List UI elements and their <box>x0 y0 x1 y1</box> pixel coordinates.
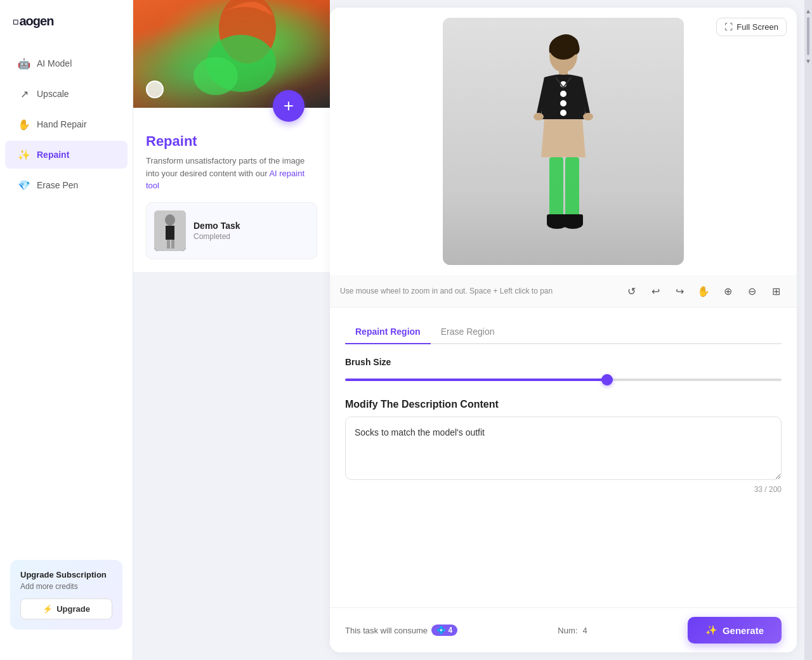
reset-icon: ↺ <box>627 285 636 297</box>
controls-panel: Repaint Region Erase Region Brush Size M… <box>330 307 797 607</box>
description-section: Modify The Description Content 33 / 200 <box>345 399 782 494</box>
upgrade-btn-icon: ⚡ <box>43 604 53 614</box>
brush-size-section: Brush Size <box>345 357 782 386</box>
right-panel: ⛶ Full Screen <box>330 8 797 652</box>
sidebar-item-ai-model[interactable]: 🤖 AI Model <box>5 49 128 77</box>
tab-repaint-region[interactable]: Repaint Region <box>345 320 431 344</box>
sidebar: ◻aogen 🤖 AI Model ↗ Upscale ✋ Hand Repai… <box>0 0 133 660</box>
logo: ◻aogen <box>0 0 133 48</box>
upscale-icon: ↗ <box>18 87 30 100</box>
scroll-strip: ▲ ▼ <box>804 0 812 660</box>
num-label: Num: <box>558 626 577 635</box>
repaint-section-title: Repaint <box>146 133 317 150</box>
tab-erase-region[interactable]: Erase Region <box>431 320 505 344</box>
brush-size-slider-container <box>345 373 782 386</box>
svg-point-6 <box>165 214 175 226</box>
upgrade-button[interactable]: ⚡ Upgrade <box>20 599 112 619</box>
scroll-up-arrow[interactable]: ▲ <box>802 5 812 17</box>
undo-button[interactable]: ↩ <box>645 280 666 302</box>
sidebar-item-upscale-label: Upscale <box>37 89 69 99</box>
undo-icon: ↩ <box>652 285 660 297</box>
svg-rect-8 <box>167 240 170 249</box>
brush-size-thumb[interactable] <box>601 374 613 385</box>
model-image-svg <box>443 18 684 265</box>
svg-point-17 <box>560 100 566 107</box>
demo-thumb-image <box>154 210 186 251</box>
logo-text: aogen <box>20 14 54 28</box>
credits-label: This task will consume <box>345 626 428 635</box>
reset-tool-button[interactable]: ↺ <box>620 280 642 302</box>
scroll-down-arrow[interactable]: ▼ <box>802 55 812 67</box>
scroll-handle[interactable] <box>807 17 809 55</box>
credits-badge: 💠 4 <box>431 624 457 636</box>
generate-label: Generate <box>723 625 764 636</box>
canvas-toolbar: Use mouse wheel to zoom in and out. Spac… <box>330 275 797 307</box>
model-image-container[interactable] <box>443 18 684 265</box>
svg-point-20 <box>583 113 593 120</box>
demo-task-card[interactable]: Demo Task Completed <box>146 202 317 259</box>
region-tab-group: Repaint Region Erase Region <box>345 320 782 344</box>
full-screen-button[interactable]: ⛶ Full Screen <box>716 18 787 36</box>
generate-icon: ✨ <box>705 624 717 636</box>
char-count: 33 / 200 <box>345 485 782 494</box>
zoom-in-button[interactable]: ⊕ <box>717 280 738 302</box>
sidebar-item-repaint[interactable]: ✨ Repaint <box>5 141 128 169</box>
svg-rect-9 <box>171 240 174 249</box>
credits-icon: 💠 <box>436 626 446 635</box>
zoom-in-icon: ⊕ <box>724 285 732 297</box>
repaint-info: Repaint Transform unsatisfactory parts o… <box>133 108 330 272</box>
credits-value: 4 <box>448 626 452 635</box>
demo-task-status: Completed <box>193 232 240 241</box>
repaint-icon: ✨ <box>18 148 30 161</box>
num-value: 4 <box>582 626 587 635</box>
pan-icon: ✋ <box>697 285 710 297</box>
toolbar-hint: Use mouse wheel to zoom in and out. Spac… <box>340 287 618 295</box>
main-content: + Repaint Transform unsatisfactory parts… <box>133 0 812 660</box>
footer-bar: This task will consume 💠 4 Num: 4 ✨ Gene… <box>330 607 797 652</box>
demo-task-thumbnail <box>154 210 186 251</box>
demo-thumb-svg <box>154 210 186 251</box>
description-title: Modify The Description Content <box>345 399 782 410</box>
add-new-button[interactable]: + <box>273 90 304 122</box>
sidebar-item-hand-repair[interactable]: ✋ Hand Repair <box>5 110 128 138</box>
svg-point-19 <box>534 113 544 120</box>
brush-size-label: Brush Size <box>345 357 782 367</box>
upgrade-card: Upgrade Subscription Add more credits ⚡ … <box>10 560 122 630</box>
description-textarea[interactable] <box>345 417 782 480</box>
upgrade-btn-label: Upgrade <box>56 604 90 614</box>
zoom-out-button[interactable]: ⊖ <box>741 280 763 302</box>
brush-size-track <box>345 379 782 381</box>
left-panel: + Repaint Transform unsatisfactory parts… <box>133 0 330 660</box>
generate-button[interactable]: ✨ Generate <box>688 617 782 644</box>
erase-pen-icon: 💎 <box>18 179 30 191</box>
upgrade-subtitle: Add more credits <box>20 582 112 591</box>
hero-circle-brush <box>146 81 164 98</box>
logo-icon: ◻ <box>13 18 18 25</box>
svg-point-18 <box>560 110 566 116</box>
svg-rect-7 <box>166 226 174 240</box>
svg-rect-22 <box>565 157 579 221</box>
ai-model-icon: 🤖 <box>18 57 30 70</box>
sidebar-item-erase-pen[interactable]: 💎 Erase Pen <box>5 171 128 199</box>
hand-repair-icon: ✋ <box>18 118 30 131</box>
zoom-out-icon: ⊖ <box>748 285 756 297</box>
full-screen-label: Full Screen <box>737 22 778 32</box>
redo-button[interactable]: ↪ <box>669 280 690 302</box>
demo-task-info: Demo Task Completed <box>193 221 240 241</box>
pan-tool-button[interactable]: ✋ <box>693 280 714 302</box>
demo-task-label: Demo Task <box>193 221 240 231</box>
hero-image <box>133 0 330 108</box>
redo-icon: ↪ <box>676 285 684 297</box>
svg-rect-21 <box>549 157 563 221</box>
svg-rect-26 <box>563 214 583 224</box>
sidebar-bottom: Upgrade Subscription Add more credits ⚡ … <box>0 550 133 647</box>
credits-info: This task will consume 💠 4 <box>345 624 457 636</box>
svg-point-4 <box>193 57 238 95</box>
grid-button[interactable]: ⊞ <box>765 280 787 302</box>
sidebar-item-upscale[interactable]: ↗ Upscale <box>5 80 128 108</box>
sidebar-item-hand-repair-label: Hand Repair <box>37 119 87 129</box>
grid-icon: ⊞ <box>772 285 780 297</box>
hero-card: + <box>133 0 330 108</box>
image-area: ⛶ Full Screen <box>330 8 797 275</box>
sidebar-item-erase-pen-label: Erase Pen <box>37 180 78 190</box>
